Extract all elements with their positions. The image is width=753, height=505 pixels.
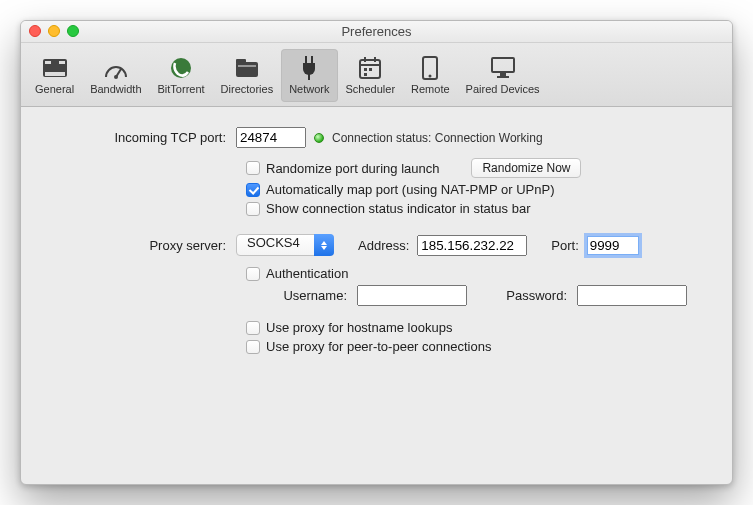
proxy-address-input[interactable] [417,235,527,256]
tcp-port-input[interactable] [236,127,306,148]
zoom-icon[interactable] [67,25,79,37]
tab-toolbar: General Bandwidth BitTorrent Directories… [21,43,732,107]
tab-network[interactable]: Network [281,49,337,102]
svg-rect-17 [364,68,367,71]
tab-label: Scheduler [346,83,396,95]
automap-port-checkbox[interactable] [246,183,260,197]
tab-label: Directories [221,83,274,95]
phone-icon [416,56,444,80]
connection-status-icon [314,133,324,143]
general-icon [41,56,69,80]
monitor-icon [489,56,517,80]
proxy-p2p-label: Use proxy for peer-to-peer connections [266,339,491,354]
username-input[interactable] [357,285,467,306]
tab-scheduler[interactable]: Scheduler [338,49,404,102]
svg-rect-23 [500,72,506,76]
connection-status-text: Connection status: Connection Working [332,131,543,145]
svg-point-21 [429,75,432,78]
minimize-icon[interactable] [48,25,60,37]
tab-bandwidth[interactable]: Bandwidth [82,49,149,102]
proxy-server-label: Proxy server: [51,238,236,253]
close-icon[interactable] [29,25,41,37]
chevron-updown-icon [314,234,334,256]
proxy-hostname-label: Use proxy for hostname lookups [266,320,452,335]
proxy-hostname-checkbox[interactable] [246,321,260,335]
network-pane: Incoming TCP port: Connection status: Co… [21,107,732,378]
svg-rect-9 [238,65,256,67]
gauge-icon [102,56,130,80]
tab-label: Network [289,83,329,95]
svg-rect-11 [311,56,313,63]
svg-rect-10 [305,56,307,63]
folder-icon [233,56,261,80]
tab-label: Paired Devices [466,83,540,95]
proxy-port-label: Port: [551,238,578,253]
authentication-label: Authentication [266,266,348,281]
svg-rect-12 [308,74,310,80]
proxy-type-select[interactable]: SOCKS4 [236,234,334,256]
tab-label: Bandwidth [90,83,141,95]
tab-bittorrent[interactable]: BitTorrent [150,49,213,102]
randomize-launch-label: Randomize port during launch [266,161,439,176]
tcp-port-label: Incoming TCP port: [51,130,236,145]
svg-rect-3 [59,61,65,64]
titlebar: Preferences [21,21,732,43]
tab-paired-devices[interactable]: Paired Devices [458,49,548,102]
plug-icon [295,56,323,80]
tab-label: General [35,83,74,95]
svg-rect-8 [236,59,246,64]
svg-point-5 [114,75,118,79]
svg-rect-7 [236,62,258,77]
tab-directories[interactable]: Directories [213,49,282,102]
password-input[interactable] [577,285,687,306]
password-label: Password: [491,288,571,303]
automap-port-label: Automatically map port (using NAT-PMP or… [266,182,555,197]
svg-rect-18 [369,68,372,71]
show-status-indicator-checkbox[interactable] [246,202,260,216]
svg-rect-19 [364,73,367,76]
traffic-lights [29,25,79,37]
authentication-checkbox[interactable] [246,267,260,281]
calendar-icon [356,56,384,80]
tab-general[interactable]: General [27,49,82,102]
svg-rect-2 [45,61,51,64]
tab-label: Remote [411,83,450,95]
proxy-address-label: Address: [358,238,409,253]
show-status-indicator-label: Show connection status indicator in stat… [266,201,530,216]
preferences-window: Preferences General Bandwidth BitTorrent… [20,20,733,485]
svg-rect-24 [497,76,509,78]
randomize-now-button[interactable]: Randomize Now [471,158,581,178]
bittorrent-icon [167,56,195,80]
tab-remote[interactable]: Remote [403,49,458,102]
window-title: Preferences [341,24,411,39]
svg-rect-22 [492,58,514,72]
username-label: Username: [271,288,351,303]
randomize-launch-checkbox[interactable] [246,161,260,175]
proxy-port-input[interactable] [587,236,639,255]
proxy-p2p-checkbox[interactable] [246,340,260,354]
tab-label: BitTorrent [158,83,205,95]
svg-rect-1 [45,72,65,76]
